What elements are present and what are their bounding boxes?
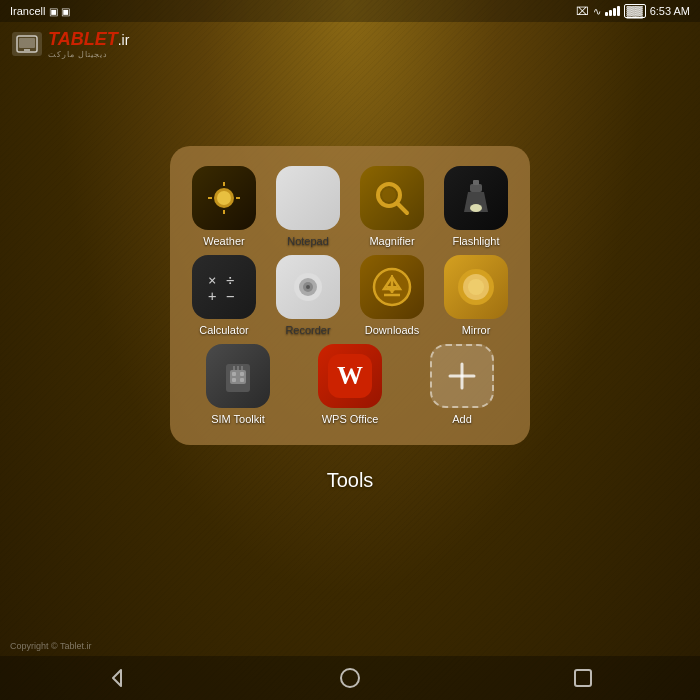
recorder-svg bbox=[288, 267, 328, 307]
svg-text:−: − bbox=[226, 288, 234, 304]
add-icon bbox=[430, 344, 494, 408]
notepad-icon bbox=[276, 166, 340, 230]
svg-text:+: + bbox=[208, 288, 216, 304]
app-mirror[interactable]: Mirror bbox=[438, 255, 514, 336]
wps-svg: W bbox=[328, 354, 372, 398]
svg-rect-1 bbox=[19, 38, 35, 48]
wpsoffice-label: WPS Office bbox=[322, 413, 379, 425]
svg-text:W: W bbox=[337, 361, 363, 390]
svg-text:×: × bbox=[208, 272, 216, 288]
carrier-info: Irancell ▣ ▣ bbox=[10, 5, 70, 17]
apps-grid-row3: SIM Toolkit W WPS Office bbox=[186, 344, 514, 425]
mirror-label: Mirror bbox=[462, 324, 491, 336]
svg-rect-35 bbox=[232, 372, 236, 376]
svg-rect-15 bbox=[473, 180, 479, 185]
carrier-icons: ▣ ▣ bbox=[49, 6, 70, 17]
folder-title: Tools bbox=[327, 469, 374, 492]
svg-point-14 bbox=[470, 204, 482, 212]
svg-rect-48 bbox=[575, 670, 591, 686]
app-simtoolkit[interactable]: SIM Toolkit bbox=[186, 344, 290, 425]
svg-marker-46 bbox=[113, 670, 121, 686]
recorder-icon bbox=[276, 255, 340, 319]
logo-brand: TABLET.ir bbox=[48, 29, 129, 50]
app-wpsoffice[interactable]: W WPS Office bbox=[298, 344, 402, 425]
svg-point-32 bbox=[468, 279, 484, 295]
logo: TABLET.ir دیجیتال مارکت bbox=[12, 29, 129, 59]
downloads-icon bbox=[360, 255, 424, 319]
nav-bar bbox=[0, 656, 700, 700]
svg-line-11 bbox=[398, 204, 407, 213]
back-button[interactable] bbox=[99, 660, 135, 696]
main-content: Weather Notepad bbox=[0, 66, 700, 492]
mirror-svg bbox=[454, 265, 498, 309]
signal-bars-icon bbox=[605, 6, 620, 16]
logo-subtitle: دیجیتال مارکت bbox=[48, 50, 129, 59]
svg-point-47 bbox=[341, 669, 359, 687]
logo-brand-name: TABLET bbox=[48, 29, 118, 49]
flashlight-label: Flashlight bbox=[452, 235, 499, 247]
weather-icon bbox=[192, 166, 256, 230]
app-weather[interactable]: Weather bbox=[186, 166, 262, 247]
calculator-svg: × ÷ + − bbox=[202, 265, 246, 309]
svg-rect-37 bbox=[232, 378, 236, 382]
app-notepad[interactable]: Notepad bbox=[270, 166, 346, 247]
logo-text-group: TABLET.ir دیجیتال مارکت bbox=[48, 29, 129, 59]
sim-icon bbox=[206, 344, 270, 408]
logo-ir: ir bbox=[122, 32, 130, 48]
app-downloads[interactable]: Downloads bbox=[354, 255, 430, 336]
status-bar: Irancell ▣ ▣ ⌧ ∿ ▓▓ 6:53 AM bbox=[0, 0, 700, 22]
carrier-name: Irancell bbox=[10, 5, 45, 17]
home-button[interactable] bbox=[332, 660, 368, 696]
wifi-icon: ∿ bbox=[593, 6, 601, 17]
weather-label: Weather bbox=[203, 235, 244, 247]
calculator-label: Calculator bbox=[199, 324, 249, 336]
svg-rect-12 bbox=[470, 184, 482, 192]
svg-rect-36 bbox=[240, 372, 244, 376]
downloads-label: Downloads bbox=[365, 324, 419, 336]
battery-icon: ▓▓ bbox=[624, 4, 646, 18]
logo-icon bbox=[12, 32, 42, 56]
status-icons-group: ⌧ ∿ ▓▓ 6:53 AM bbox=[576, 4, 690, 18]
time-display: 6:53 AM bbox=[650, 5, 690, 17]
notepad-label: Notepad bbox=[287, 235, 329, 247]
downloads-svg bbox=[370, 265, 414, 309]
folder-panel: Weather Notepad bbox=[170, 146, 530, 445]
copyright-text: Copyright © Tablet.ir bbox=[10, 641, 92, 651]
add-svg bbox=[442, 356, 482, 396]
notepad-lines bbox=[300, 173, 316, 224]
recent-button[interactable] bbox=[565, 660, 601, 696]
sim-svg bbox=[218, 356, 258, 396]
flashlight-svg bbox=[456, 178, 496, 218]
home-icon bbox=[338, 666, 362, 690]
app-magnifier[interactable]: Magnifier bbox=[354, 166, 430, 247]
recent-icon bbox=[571, 666, 595, 690]
calculator-icon: × ÷ + − bbox=[192, 255, 256, 319]
flashlight-icon bbox=[444, 166, 508, 230]
app-add[interactable]: Add bbox=[410, 344, 514, 425]
magnifier-svg bbox=[372, 178, 412, 218]
app-recorder[interactable]: Recorder bbox=[270, 255, 346, 336]
magnifier-label: Magnifier bbox=[369, 235, 414, 247]
bluetooth-icon: ⌧ bbox=[576, 5, 589, 18]
tablet-logo-svg bbox=[16, 35, 38, 53]
add-label: Add bbox=[452, 413, 472, 425]
mirror-icon bbox=[444, 255, 508, 319]
header-bar: TABLET.ir دیجیتال مارکت bbox=[0, 22, 700, 66]
magnifier-icon bbox=[360, 166, 424, 230]
svg-rect-34 bbox=[230, 370, 246, 384]
svg-point-23 bbox=[306, 285, 310, 289]
svg-text:÷: ÷ bbox=[226, 272, 234, 288]
simtoolkit-label: SIM Toolkit bbox=[211, 413, 265, 425]
apps-grid-row2: × ÷ + − Calculator Re bbox=[186, 255, 514, 336]
svg-rect-38 bbox=[240, 378, 244, 382]
app-flashlight[interactable]: Flashlight bbox=[438, 166, 514, 247]
recorder-label: Recorder bbox=[285, 324, 330, 336]
wps-icon: W bbox=[318, 344, 382, 408]
copyright-bar: Copyright © Tablet.ir bbox=[0, 636, 700, 656]
weather-svg bbox=[204, 178, 244, 218]
svg-point-4 bbox=[217, 191, 231, 205]
app-calculator[interactable]: × ÷ + − Calculator bbox=[186, 255, 262, 336]
apps-grid-row1: Weather Notepad bbox=[186, 166, 514, 247]
svg-point-10 bbox=[382, 188, 396, 202]
back-icon bbox=[105, 666, 129, 690]
